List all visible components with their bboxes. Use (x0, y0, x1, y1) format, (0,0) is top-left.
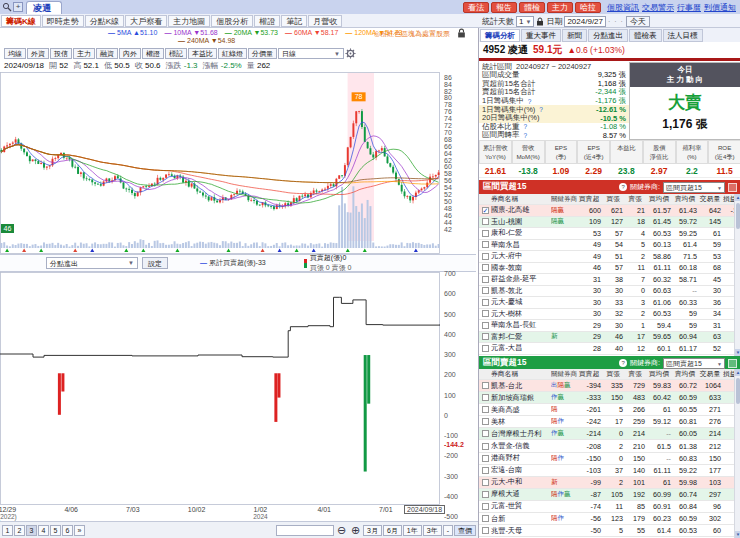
buy-section-settings-icon[interactable] (728, 183, 737, 192)
row-checkbox[interactable] (482, 253, 489, 260)
help-icon[interactable]: ? (619, 359, 627, 367)
buy-filter-select[interactable]: 區間買超15▼ (663, 182, 725, 193)
action-button-報告[interactable]: 報告 (491, 2, 517, 13)
sell-table-row[interactable]: 摩根大通隔作贏-8710519260.9960.7429712 (479, 489, 740, 501)
analysis-tab-法人目標[interactable]: 法人目標 (663, 29, 703, 42)
chart-tab-即時走勢[interactable]: 即時走勢 (42, 15, 84, 27)
help-icon[interactable]: ? (528, 98, 532, 105)
chart-tool-均線[interactable]: 均線 (4, 48, 26, 59)
sell-table-row[interactable]: 元大-中和新-9921016159.981037 (479, 477, 740, 489)
sell-table-row[interactable]: 新加坡商瑞銀作贏-33315048360.4260.5963352 (479, 392, 740, 404)
chart-tab-籌碼K線[interactable]: 籌碼K線 (1, 15, 41, 27)
chart-tab-權證[interactable]: 權證 (254, 15, 280, 27)
buy-table-row[interactable]: 元大-樹林3032260.535934-5 (479, 309, 740, 321)
row-checkbox[interactable]: ✓ (482, 207, 489, 214)
row-checkbox[interactable] (482, 455, 489, 462)
chart-tab-筆記[interactable]: 筆記 (281, 15, 307, 27)
sell-table-row[interactable]: 凱基-台北出隔贏-39433572959.8360.72106493 (479, 380, 740, 392)
action-button-看法[interactable]: 看法 (463, 2, 489, 13)
page-button-2[interactable]: 2 (14, 525, 25, 536)
branch-flow-chart[interactable] (0, 272, 440, 505)
row-checkbox[interactable] (482, 394, 489, 401)
chart-tool-分價量[interactable]: 分價量 (248, 48, 277, 59)
row-checkbox[interactable] (482, 406, 489, 413)
price-check-button[interactable]: 查價 (454, 525, 476, 536)
buy-table-row[interactable]: ✓國票-北高雄隔贏6006212161.5761.43642-149 (479, 205, 740, 217)
gear-icon[interactable] (345, 48, 356, 59)
buy-table-row[interactable]: 康和-仁愛5357460.5359.2561-8 (479, 228, 740, 240)
sell-table-row[interactable]: 港商野村隔作-1500150--60.8315026 (479, 453, 740, 465)
buy-table-row[interactable]: 華南永昌-長虹2930159.45931-1 (479, 320, 740, 332)
sell-table-row[interactable]: 宏遠-台南-1033714061.1159.22177-6 (479, 465, 740, 477)
row-checkbox[interactable] (482, 264, 489, 271)
chart-tool-權證[interactable]: 權證 (142, 48, 164, 59)
chart-tool-內外[interactable]: 內外 (119, 48, 141, 59)
range-button-1年[interactable]: 1年 (403, 525, 422, 536)
help-icon[interactable]: ? (619, 183, 627, 191)
row-checkbox[interactable] (482, 515, 489, 522)
row-checkbox[interactable] (482, 382, 489, 389)
range-button--[interactable]: - (443, 525, 453, 536)
analysis-tab-體檢表[interactable]: 體檢表 (629, 29, 662, 42)
row-checkbox[interactable] (482, 345, 489, 352)
zoom-out-button[interactable]: ⊖ (335, 524, 348, 537)
zoom-in-button[interactable]: ⊕ (349, 524, 362, 537)
chart-tab-主力地圖[interactable]: 主力地圖 (168, 15, 210, 27)
range-button-3月[interactable]: 3月 (363, 525, 382, 536)
page-button-5[interactable]: 5 (50, 525, 61, 536)
lock-icon[interactable] (536, 17, 544, 26)
row-checkbox[interactable] (482, 241, 489, 248)
row-checkbox[interactable] (482, 299, 489, 306)
analysis-tab-重大事件[interactable]: 重大事件 (521, 29, 561, 42)
chart-tool-標記[interactable]: 標記 (165, 48, 187, 59)
buy-table-row[interactable]: 玉山-桃園隔贏1091271861.4559.72145-29 (479, 217, 740, 229)
page-button-3[interactable]: 3 (26, 525, 37, 536)
buy-table-row[interactable]: 元富-大昌28401260.161.1752-2 (479, 343, 740, 355)
analysis-tab-新聞[interactable]: 新聞 (562, 29, 587, 42)
row-checkbox[interactable] (482, 503, 489, 510)
chart-tab-分點K線[interactable]: 分點K線 (85, 15, 124, 27)
action-button-體檢[interactable]: 體檢 (519, 2, 545, 13)
buy-table-row[interactable]: 凱基-敦北3030060.63--30-5 (479, 286, 740, 298)
row-checkbox[interactable] (482, 467, 489, 474)
date-range-dots[interactable]: · · · (608, 18, 624, 25)
analysis-tab-分點進出[interactable]: 分點進出 (588, 29, 628, 42)
row-checkbox[interactable] (482, 479, 489, 486)
row-checkbox[interactable] (482, 443, 489, 450)
chart-tab-月營收[interactable]: 月營收 (308, 15, 342, 27)
date-input[interactable]: 2024/9/27 (564, 16, 606, 27)
range-button-3年[interactable]: 3年 (423, 525, 442, 536)
page-button-1[interactable]: 1 (2, 525, 13, 536)
row-checkbox[interactable] (482, 527, 489, 534)
help-icon[interactable]: ? (539, 106, 543, 113)
chart-tab-大戶察看[interactable]: 大戶察看 (125, 15, 167, 27)
buy-table-row[interactable]: 富邦-仁愛新29461759.6560.94631 (479, 332, 740, 344)
sell-section-settings-icon[interactable] (728, 359, 737, 368)
action-button-主力[interactable]: 主力 (547, 2, 573, 13)
chart-tool-主力[interactable]: 主力 (73, 48, 95, 59)
table-scrollbar[interactable]: ▲▼ (734, 369, 740, 538)
header-link-個股資訊[interactable]: 個股資訊 (607, 2, 639, 13)
search-icon[interactable] (0, 1, 13, 13)
sell-filter-select[interactable]: 區間賣超15▼ (663, 358, 725, 369)
help-icon[interactable]: ? (524, 132, 528, 139)
row-checkbox[interactable] (482, 287, 489, 294)
today-button[interactable]: 今天 (626, 16, 650, 27)
analysis-tab-籌碼分析[interactable]: 籌碼分析 (480, 29, 520, 42)
sell-table-row[interactable]: 台灣摩根士丹利作贏-2140214--60.0521420 (479, 428, 740, 440)
indicator-select[interactable]: 分點進出▼ (46, 257, 138, 269)
page-button-6[interactable]: 6 (62, 525, 73, 536)
goto-date-input[interactable] (276, 525, 334, 536)
row-checkbox[interactable] (482, 491, 489, 498)
header-link-行事曆[interactable]: 行事曆 (677, 2, 701, 13)
stat-days-select[interactable]: 1▼ (516, 16, 534, 27)
row-checkbox[interactable] (482, 276, 489, 283)
sell-table-row[interactable]: 台新隔作-5612317960.2360.5930213 (479, 513, 740, 525)
period-select[interactable]: 日線▼ (278, 48, 344, 59)
table-scrollbar[interactable]: ▲▼ (734, 194, 740, 356)
row-checkbox[interactable] (482, 333, 489, 340)
sell-table-row[interactable]: 元富-世貿-74118560.9160.849614 (479, 501, 740, 513)
sell-table-row[interactable]: 兆豐-天母-5055561.460.53607 (479, 525, 740, 537)
buy-table-row[interactable]: 國泰-敦南46571161.1160.1868-10 (479, 263, 740, 275)
row-checkbox[interactable] (482, 218, 489, 225)
